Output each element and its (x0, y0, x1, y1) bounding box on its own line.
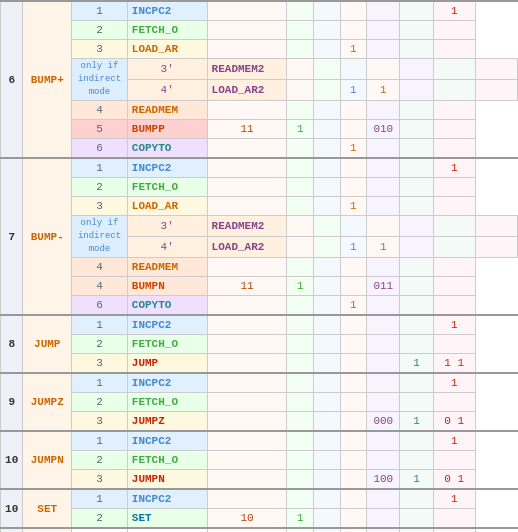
data-cell (400, 139, 433, 159)
operation-name: INCPC2 (127, 1, 207, 21)
data-cell (400, 277, 433, 296)
data-cell (367, 296, 400, 316)
operation-name: INCPC2 (127, 158, 207, 178)
data-cell (367, 258, 400, 277)
step-number: 4' (127, 237, 207, 258)
step-number: 6 (72, 296, 128, 316)
operation-name: INCPC2 (127, 489, 207, 509)
data-cell (207, 489, 287, 509)
group-number: 10 (1, 431, 23, 489)
step-number: 4 (72, 258, 128, 277)
table-row: 6BUMP+1INCPC21 (1, 1, 518, 21)
data-cell (433, 120, 475, 139)
step-number: 3 (72, 354, 128, 374)
data-cell (287, 237, 314, 258)
instruction-name: BUMP+ (23, 1, 72, 158)
data-cell (287, 393, 314, 412)
data-cell (314, 80, 341, 101)
data-cell (367, 528, 400, 532)
table-row: 3JUMP11 1 (1, 354, 518, 374)
data-cell (367, 373, 400, 393)
table-row: 2FETCH_O (1, 393, 518, 412)
table-row: 3LOAD_AR1 (1, 40, 518, 59)
data-cell (433, 296, 475, 316)
operation-name: LOAD_AR (127, 197, 207, 216)
data-cell (314, 59, 341, 80)
data-cell (287, 258, 314, 277)
data-cell (207, 158, 287, 178)
data-cell (287, 412, 314, 432)
data-cell (287, 178, 314, 197)
data-cell (207, 139, 287, 159)
data-cell: 1 1 (433, 354, 475, 374)
step-number: 2 (72, 178, 128, 197)
data-cell (367, 509, 400, 529)
data-cell (400, 393, 433, 412)
data-cell (314, 21, 341, 40)
data-cell: 1 (340, 237, 367, 258)
data-cell (340, 451, 367, 470)
data-cell (367, 178, 400, 197)
data-cell (314, 158, 341, 178)
data-cell (207, 393, 287, 412)
data-cell (400, 296, 433, 316)
table-row: 2FETCH_O (1, 335, 518, 354)
data-cell: 100 (367, 470, 400, 490)
step-number: 3' (127, 59, 207, 80)
step-number: 3 (72, 412, 128, 432)
instruction-name: JUMP (23, 315, 72, 373)
data-cell (367, 354, 400, 374)
operation-name (127, 528, 207, 532)
group-number: 15 (1, 528, 23, 532)
operation-name: BUMPP (127, 120, 207, 139)
step-number: 4' (127, 80, 207, 101)
data-cell (340, 178, 367, 197)
step-number: 5 (72, 120, 128, 139)
table-row: 2FETCH_O (1, 451, 518, 470)
data-cell (314, 197, 341, 216)
data-cell (475, 80, 517, 101)
table-row: 10SET1INCPC21 (1, 489, 518, 509)
step-number: 2 (72, 335, 128, 354)
data-cell (287, 451, 314, 470)
data-cell: 1 (400, 470, 433, 490)
operation-name: INCPC2 (127, 373, 207, 393)
data-cell (314, 216, 341, 237)
data-cell: 1 (340, 139, 367, 159)
operation-name: FETCH_O (127, 393, 207, 412)
data-cell: 10 (207, 509, 287, 529)
data-cell (314, 412, 341, 432)
data-cell (287, 489, 314, 509)
data-cell (433, 335, 475, 354)
data-cell (287, 158, 314, 178)
operation-name: FETCH_O (127, 451, 207, 470)
data-cell (433, 139, 475, 159)
data-cell (314, 40, 341, 59)
data-cell: 011 (367, 277, 400, 296)
step-number: 3 (72, 40, 128, 59)
data-cell (340, 335, 367, 354)
data-cell (367, 315, 400, 335)
data-cell (314, 277, 341, 296)
data-cell (400, 178, 433, 197)
data-cell (400, 528, 433, 532)
data-cell (433, 197, 475, 216)
step-number: 1 (72, 1, 128, 21)
table-row: 3JUMPN10010 1 (1, 470, 518, 490)
data-cell: 1 (433, 158, 475, 178)
data-cell (367, 139, 400, 159)
operation-name: COPYTO (127, 296, 207, 316)
data-cell (340, 393, 367, 412)
data-cell (340, 509, 367, 529)
data-cell (287, 431, 314, 451)
data-cell (287, 1, 314, 21)
data-cell (287, 40, 314, 59)
data-cell: 1 (340, 197, 367, 216)
instruction-name: JUMPZ (23, 373, 72, 431)
data-cell (314, 451, 341, 470)
data-cell (287, 335, 314, 354)
table-row: 2SET101 (1, 509, 518, 529)
instruction-name: JUMPN (23, 431, 72, 489)
data-cell (340, 528, 367, 532)
data-cell (207, 412, 287, 432)
